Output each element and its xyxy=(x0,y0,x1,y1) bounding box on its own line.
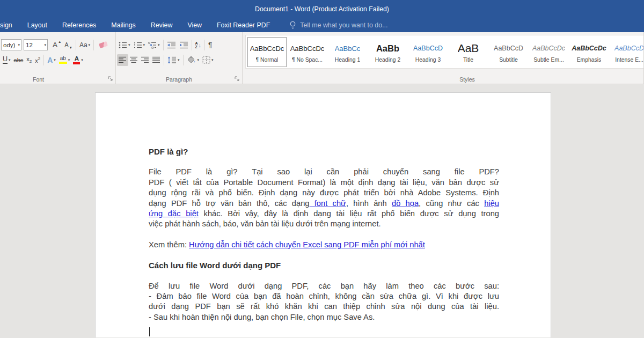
style-name: Intense E... xyxy=(615,57,643,63)
style-card-title[interactable]: AaBTitle xyxy=(449,37,488,67)
strikethrough-button[interactable]: abc xyxy=(12,54,25,66)
doc-line: - Đảm bảo file Word của bạn đã hoàn chỉn… xyxy=(149,291,499,302)
style-card-intense-emphasis[interactable]: AaBbCcDIntense E... xyxy=(610,37,643,67)
align-right-button[interactable] xyxy=(140,54,151,66)
grow-font-button[interactable]: A ▲ xyxy=(51,39,63,51)
doc-hyperlink[interactable]: hiệu xyxy=(484,199,499,208)
tab-foxit-reader-pdf[interactable]: Foxit Reader PDF xyxy=(209,18,277,32)
document-page[interactable]: PDF là gì?File PDF là gì? Tại sao lại cầ… xyxy=(95,92,551,337)
sort-button[interactable]: AZ ↓ xyxy=(194,39,203,51)
style-sample: AaBbCcDc xyxy=(290,41,325,56)
doc-text: - Sau khi hoàn thiện nội dung, bạn chọn … xyxy=(149,313,375,321)
doc-heading: Cách lưu file Word dưới dạng PDF xyxy=(149,260,499,270)
tab-review[interactable]: Review xyxy=(143,18,180,32)
styles-group-label: Styles xyxy=(243,76,643,83)
tab-view[interactable]: View xyxy=(180,18,209,32)
doc-hyperlink[interactable]: đồ họa xyxy=(392,199,419,208)
chevron-down-icon: ▾ xyxy=(89,43,91,47)
style-card-subtle-emphasis[interactable]: AaBbCcDcSubtle Em... xyxy=(529,37,568,67)
justify-button[interactable] xyxy=(151,54,162,66)
align-left-button[interactable] xyxy=(117,54,128,66)
style-card-subtitle[interactable]: AaBbCcDSubtitle xyxy=(489,37,528,67)
borders-icon xyxy=(202,56,210,64)
ribbon: ody) ▾ 12 ▾ A ▲ A ▼ Aa ▾ xyxy=(0,32,644,84)
font-color-button[interactable]: A ▾ xyxy=(71,54,85,66)
style-card-heading-3[interactable]: AaBbCcDHeading 3 xyxy=(408,37,448,67)
doc-hyperlink[interactable]: Hướng dẫn chi tiết cách chuyển Excel san… xyxy=(189,240,425,249)
font-size-combobox[interactable]: 12 ▾ xyxy=(24,39,48,50)
superscript-button[interactable]: x2 xyxy=(33,54,42,66)
chevron-down-icon: ▾ xyxy=(143,43,145,47)
underline-button[interactable]: U ▾ xyxy=(1,54,12,66)
style-name: Emphasis xyxy=(577,57,602,63)
style-card-heading-1[interactable]: AaBbCcHeading 1 xyxy=(328,37,367,67)
style-card-heading-2[interactable]: AaBbHeading 2 xyxy=(368,37,407,67)
doc-text: dạng PDF hỗ trợ văn bản thô, các dạng xyxy=(149,199,310,208)
numbered-list-icon xyxy=(134,41,142,49)
doc-line: Xem thêm: Hướng dẫn chi tiết cách chuyển… xyxy=(149,240,499,250)
multilevel-list-button[interactable]: ▾ xyxy=(147,39,162,51)
paint-bucket-icon xyxy=(187,56,196,64)
doc-text: Xem thêm: xyxy=(149,240,189,249)
numbered-list-button[interactable]: ▾ xyxy=(132,39,147,51)
tab-design[interactable]: sign xyxy=(0,18,20,32)
style-name: ¶ No Spac... xyxy=(292,57,323,63)
document-content: PDF là gì?File PDF là gì? Tại sao lại cầ… xyxy=(149,146,499,322)
doc-text: PDF ( viết tắt của Portable Document For… xyxy=(149,178,499,187)
style-card-emphasis[interactable]: AaBbCcDcEmphasis xyxy=(569,37,609,67)
doc-text: dụng rộng rãi và phổ biến. Định dạng này… xyxy=(149,188,499,197)
tab-mailings[interactable]: Mailings xyxy=(104,18,143,32)
align-right-icon xyxy=(141,56,149,63)
clear-formatting-button[interactable] xyxy=(96,39,109,51)
doc-text: việc phát hành sách, báo, văn bản tài li… xyxy=(149,219,381,228)
paragraph-dialog-launcher-icon[interactable] xyxy=(234,76,240,82)
style-card-no-spacing[interactable]: AaBbCcDc¶ No Spac... xyxy=(288,37,327,67)
font-dialog-launcher-icon[interactable] xyxy=(107,76,113,82)
title-bar: Document1 - Word (Product Activation Fai… xyxy=(0,0,644,18)
justify-icon xyxy=(152,56,160,63)
line-spacing-button[interactable]: ▾ xyxy=(166,54,181,66)
style-name: Heading 1 xyxy=(335,57,360,63)
doc-heading: PDF là gì? xyxy=(149,146,499,157)
shading-button[interactable]: ▾ xyxy=(185,54,201,66)
doc-text: , cũng như các xyxy=(419,199,484,208)
decrease-indent-button[interactable] xyxy=(165,39,178,51)
align-center-button[interactable] xyxy=(128,54,140,66)
bullet-list-icon xyxy=(119,41,127,49)
chevron-down-icon: ▾ xyxy=(128,43,130,47)
font-group: ody) ▾ 12 ▾ A ▲ A ▼ Aa ▾ xyxy=(0,32,116,84)
subscript-icon: x2 xyxy=(26,56,32,64)
style-name: Title xyxy=(463,57,473,63)
text-cursor xyxy=(149,327,150,336)
style-name: Heading 3 xyxy=(415,57,441,63)
multilevel-list-icon xyxy=(148,41,157,49)
text-effects-button[interactable]: A ▾ xyxy=(46,54,57,66)
window-title: Document1 - Word (Product Activation Fai… xyxy=(255,5,389,13)
sort-icon: AZ xyxy=(195,41,198,49)
chevron-down-icon: ▾ xyxy=(68,58,70,62)
chevron-down-icon: ▾ xyxy=(197,58,200,62)
doc-line: Để lưu file Word dưới dạng PDF, các bạn … xyxy=(149,281,499,291)
text-highlight-button[interactable]: ab ▾ xyxy=(57,54,72,66)
style-sample: AaBbCc xyxy=(335,41,361,56)
chevron-down-icon: ▾ xyxy=(18,43,20,47)
change-case-button[interactable]: Aa ▾ xyxy=(78,39,92,51)
show-formatting-marks-button[interactable]: ¶ xyxy=(207,39,214,51)
borders-button[interactable]: ▾ xyxy=(201,54,215,66)
doc-paragraph: Để lưu file Word dưới dạng PDF, các bạn … xyxy=(149,281,499,323)
bullet-list-button[interactable]: ▾ xyxy=(117,39,132,51)
style-card-normal[interactable]: AaBbCcDc¶ Normal xyxy=(247,37,287,67)
tell-me-box[interactable]: Tell me what you want to do... xyxy=(289,21,387,30)
style-sample: AaBbCcDc xyxy=(250,41,284,56)
tab-references[interactable]: References xyxy=(55,18,104,32)
tell-me-label: Tell me what you want to do... xyxy=(300,21,387,29)
font-name-combobox[interactable]: ody) ▾ xyxy=(1,39,21,50)
doc-hyperlink[interactable]: ứng đặc biệt xyxy=(149,209,199,218)
subscript-button[interactable]: x2 xyxy=(25,54,33,66)
doc-hyperlink[interactable]: font chữ xyxy=(310,199,346,208)
increase-indent-button[interactable] xyxy=(178,39,190,51)
shrink-font-button[interactable]: A ▼ xyxy=(63,39,74,51)
tab-layout[interactable]: Layout xyxy=(20,18,55,32)
doc-line: dạng PDF hỗ trợ văn bản thô, các dạng fo… xyxy=(149,199,499,209)
style-name: Subtitle xyxy=(499,57,518,63)
